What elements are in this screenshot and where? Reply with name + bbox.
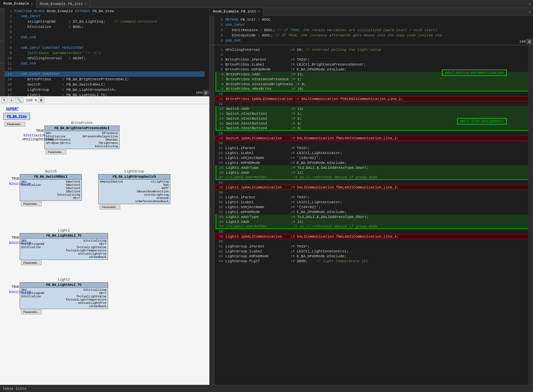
tab-label: Room_Example.FB_init [213,10,256,13]
rline-23: 23 Light1.sObjectName := '{Idx=01}'; [216,155,532,160]
param-btn-light2[interactable]: Parameter... [21,310,42,314]
tab-dropdown[interactable]: ▾ [527,2,533,6]
diagram-zoom-label: 100 % [26,98,37,102]
param-btn-lightgroup[interactable]: Parameter... [100,205,120,209]
rline-27: 27 //Light1.nAdrRefDev := xx // referenc… [216,175,532,180]
true-label-2: TRUE [11,177,19,181]
tab-label: Room_Example.FB_init [40,2,83,6]
diagram-toolbar: ↖ + 🔍 100 % ⊕ [0,96,209,104]
rline-2: 2 [216,52,532,57]
rline-11: 11 BrtnsPrcSns.ipDALICommunication := DA… [216,96,532,101]
code-line-1: 1 FUNCTION_BLOCK Room_Example EXTENDS FB… [5,9,205,14]
collapse-all[interactable]: − [1,8,3,11]
rline-37: 37 //Light2.nAdrRefDev := xx // referenc… [216,224,532,229]
rline-35: 35 Light2.eAdrType := Tc3_DALI.E_DALIAdd… [216,214,532,219]
right-scrollbar[interactable] [528,45,533,392]
rline-39: 39 Light2.ipDALICommunication := DALICom… [216,234,532,239]
param-btn-brtnsprc[interactable]: Parameter... [46,150,66,154]
zoom-fit-btn[interactable]: 🔍 [15,97,23,103]
fb-block-light2: Light2 FB_BA_LightDALI_TC bEn stLighting… [20,278,108,315]
rline-3: 3 BrtnsPrcSns.iParent := THIS^; [216,57,532,62]
collapse-2[interactable]: − [1,39,3,43]
rline-5: 5 BrtnsPrcSns.eDPADMode := E_BA_DPADMode… [216,67,532,72]
right-top-line-3: 3 bInitRetains : BOOL; // if TRUE, the r… [216,28,532,33]
left-code-section[interactable]: − − − 1 FUNCTION_BLOCK Room_Example EXTE… [0,8,209,96]
code-line-9: 9 {attribute 'parameterUnit' := 's'} [5,50,205,56]
true-label-1: TRUE [36,129,44,133]
port-bButton2: bButton2 [57,184,80,187]
binit-label-4: bInitialize [9,290,31,294]
light2-title: Light2 [20,278,108,282]
port-nPrdQueryBrtns: nPrdQueryBrtns [46,142,71,145]
rline-24: 24 Light1.eDPADMode := E_BA_DPADMode.eIn… [216,160,532,165]
close-icon[interactable]: ✕ [31,2,33,6]
tab-room-example[interactable]: Room_Example ✕ [0,0,36,8]
rline-7: 7 BrtnsPrcSns.nInstancePresence := 1; [216,77,532,82]
collapse-3[interactable]: − [1,62,3,66]
zoom-in-btn[interactable]: ⊕ [38,97,44,103]
code-line-13: 13 VAR_INPUT CONSTANT [5,71,205,77]
right-top-line-4: 4 bInCopyCode : BOOL; // if TRUE, the in… [216,33,532,38]
port-bPresence: bPresence [83,132,118,135]
code-line-4: 4 bInitialize : BOOL; [5,24,205,29]
right-main-code[interactable]: DALI-device-parametrisation DALI-line-as… [210,45,533,392]
plus-btn[interactable]: + [9,98,14,103]
port-bErr-l2: bErr [66,292,106,295]
fb-block-switch: Switch FB_BA_SwitchMDALI bEn bInitialize… [20,170,82,207]
close-icon[interactable]: ✕ [258,10,260,13]
rline-41: 41 LightGroup.iParent := THIS^; [216,244,532,249]
port-fActualTemp-l1: fActualLightTemperature [66,249,106,252]
binit-label-2: bInitialize [9,182,31,186]
true-label-3: TRUE [11,236,19,240]
zoom-icon-right[interactable]: ⊕ [526,39,532,44]
param-btn-light1[interactable]: Parameter... [21,261,42,265]
port-fActualTemp-l2: fActualLightTemperature [66,298,106,302]
tab-label: Room_Example [3,2,29,6]
main-container: − − − 1 FUNCTION_BLOCK Room_Example EXTE… [0,8,533,392]
tab-right-fb-init[interactable]: Room_Example.FB_init ✕ [210,8,263,16]
port-stFeedback-l2: stFeedback [66,305,106,308]
diagram-canvas: SUPER^ FB_BA_View Parameter... BrtnsPrcS… [0,104,209,392]
close-icon[interactable]: ✕ [85,2,86,6]
rline-34: 34 Light2.eDPADMode := E_BA_DPADMode.eIn… [216,209,532,214]
right-top-code[interactable]: 1 METHOD FB_init : BOOL 2 VAR_INPUT 3 bI… [210,16,533,45]
rline-32: 32 Light2.iLabel := LblCtl_LightActuator… [216,200,532,205]
rline-15: 15 Switch.nInstButton2 := 2; [216,116,532,121]
rline-44: 44 LightGroup.fLgtT := 3000; // light-te… [216,259,532,264]
port-bInit-l2: bInitialize [21,295,44,298]
code-line-5: 5 [5,29,205,35]
port-bInit-l1: bInitialize [21,246,44,249]
right-top-zoom: 100 ⊕ [519,39,532,44]
rline-4: 4 BrtnsPrcSns.iLabel := LblCtl_Brightnes… [216,62,532,67]
rline-14: 14 Switch.nInstButton1 := 1; [216,111,532,116]
param-btn-switch[interactable]: Parameter... [21,202,42,206]
right-panel: Room_Example.FB_init ✕ ▾ 1 METHOD FB_ini… [210,8,533,392]
rline-42: 42 LightGroup.iLabel := LblCtl_LightZone… [216,249,532,254]
npolling-label: nPollingInterval [22,138,54,141]
true-label-4: TRUE [11,285,19,289]
code-line-14: 14 BrtnsPrcSns : FB_BA_BrightnessPresenc… [5,77,205,82]
cursor-btn[interactable]: ↖ [1,97,8,103]
tab-fb-init[interactable]: Room_Example.FB_init ✕ [36,0,90,8]
port-bButton4: bButton4 [57,190,80,193]
rline-43: 43 LightGroup.eDPADMode := E_BA_DPADMode… [216,254,532,259]
port-bResetRoomFunction: bResetRoomFunction [135,190,169,193]
rline-1: 1 nPollingInterval := 10; // interval po… [216,47,532,52]
port-stRefFeedback: stReferenceFeedback [135,200,169,203]
rline-9: 9 BrtnsPrcSns.nResBrtns := 10; [216,87,532,91]
right-top-line-5: 5 END_VAR [216,38,532,43]
rline-12: 12 [216,101,532,106]
lightgroup-title: LightGroup [98,170,170,173]
code-line-6: 6 END_VAR [5,35,205,40]
tab-dropdown-right[interactable]: ▾ [527,10,533,14]
right-top-line-2: 2 VAR_INPUT [216,22,532,28]
rline-13: 13 Switch.nAdr := 13; [216,106,532,111]
port-bInit-out-sw: bInitializing [57,193,80,197]
param-btn-view[interactable]: Parameter... [5,122,25,127]
light1-title: Light1 [20,229,108,232]
port-bInitializing-l1: bInitializing [66,239,106,243]
diagram-section: ↖ + 🔍 100 % ⊕ SUPER^ FB_BA_View Paramete… [0,96,209,392]
fb-block-light1: Light1 FB_BA_LightDALI_TC bEn stLighting… [20,229,108,266]
rline-25: 25 Light1.eAdrType := Tc3_DALI.E_DALIAdd… [216,165,532,170]
rline-40: 40 [216,239,532,244]
